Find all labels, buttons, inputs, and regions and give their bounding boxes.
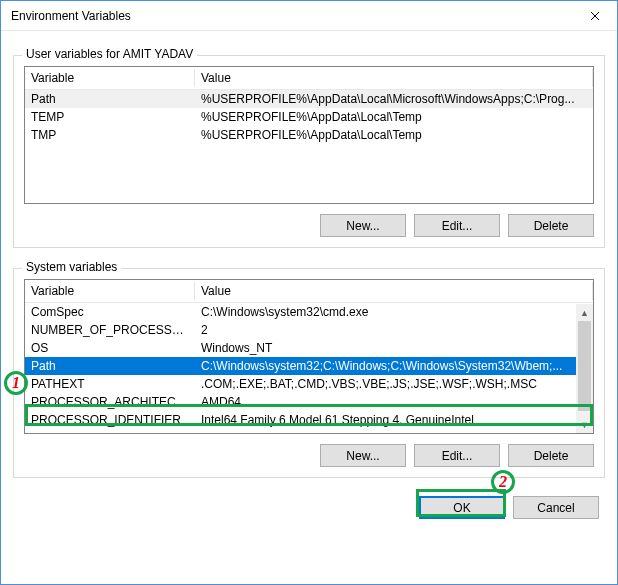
table-row[interactable]: PROCESSOR_ARCHITECTURE AMD64 [25, 393, 593, 411]
scroll-up-icon[interactable]: ▲ [576, 304, 593, 321]
user-new-button[interactable]: New... [320, 214, 406, 237]
system-variables-group: System variables Variable Value ComSpec … [13, 268, 605, 478]
cell-value: C:\Windows\system32;C:\Windows;C:\Window… [195, 357, 593, 375]
cell-variable: NUMBER_OF_PROCESSORS [25, 321, 195, 339]
user-variables-table-container: Variable Value Path %USERPROFILE%\AppDat… [24, 66, 594, 204]
cell-value: %USERPROFILE%\AppData\Local\Microsoft\Wi… [195, 90, 593, 109]
cell-value: Windows_NT [195, 339, 593, 357]
cell-variable: OS [25, 339, 195, 357]
user-variables-group: User variables for AMIT YADAV Variable V… [13, 55, 605, 248]
dialog-content: User variables for AMIT YADAV Variable V… [1, 31, 617, 488]
window-title: Environment Variables [11, 9, 131, 23]
cell-value: .COM;.EXE;.BAT;.CMD;.VBS;.VBE;.JS;.JSE;.… [195, 375, 593, 393]
system-scrollbar[interactable]: ▲ ▼ [576, 304, 593, 433]
cell-value: C:\Windows\system32\cmd.exe [195, 303, 593, 322]
table-row[interactable]: PROCESSOR_IDENTIFIER Intel64 Family 6 Mo… [25, 411, 593, 429]
cell-value: %USERPROFILE%\AppData\Local\Temp [195, 108, 593, 126]
scroll-down-icon[interactable]: ▼ [576, 416, 593, 433]
system-variables-table[interactable]: Variable Value ComSpec C:\Windows\system… [25, 280, 593, 429]
sys-col-value[interactable]: Value [195, 280, 593, 303]
table-row[interactable]: TEMP %USERPROFILE%\AppData\Local\Temp [25, 108, 593, 126]
user-button-row: New... Edit... Delete [24, 214, 594, 237]
cell-variable: ComSpec [25, 303, 195, 322]
table-row[interactable]: ComSpec C:\Windows\system32\cmd.exe [25, 303, 593, 322]
cell-variable: PROCESSOR_IDENTIFIER [25, 411, 195, 429]
table-row[interactable]: NUMBER_OF_PROCESSORS 2 [25, 321, 593, 339]
cell-variable: Path [25, 357, 195, 375]
system-variables-table-container: Variable Value ComSpec C:\Windows\system… [24, 279, 594, 434]
cell-value: Intel64 Family 6 Model 61 Stepping 4, Ge… [195, 411, 593, 429]
cell-value: %USERPROFILE%\AppData\Local\Temp [195, 126, 593, 144]
sys-col-variable[interactable]: Variable [25, 280, 195, 303]
system-new-button[interactable]: New... [320, 444, 406, 467]
system-delete-button[interactable]: Delete [508, 444, 594, 467]
environment-variables-dialog: Environment Variables User variables for… [0, 0, 618, 585]
cell-variable: TMP [25, 126, 195, 144]
user-edit-button[interactable]: Edit... [414, 214, 500, 237]
cell-variable: TEMP [25, 108, 195, 126]
table-row[interactable]: TMP %USERPROFILE%\AppData\Local\Temp [25, 126, 593, 144]
cell-variable: PATHEXT [25, 375, 195, 393]
scroll-thumb[interactable] [578, 321, 591, 411]
cell-variable: PROCESSOR_ARCHITECTURE [25, 393, 195, 411]
table-row[interactable]: OS Windows_NT [25, 339, 593, 357]
system-edit-button[interactable]: Edit... [414, 444, 500, 467]
table-row[interactable]: Path C:\Windows\system32;C:\Windows;C:\W… [25, 357, 593, 375]
table-row[interactable]: PATHEXT .COM;.EXE;.BAT;.CMD;.VBS;.VBE;.J… [25, 375, 593, 393]
user-delete-button[interactable]: Delete [508, 214, 594, 237]
close-icon [590, 11, 600, 21]
cell-value: 2 [195, 321, 593, 339]
titlebar: Environment Variables [1, 1, 617, 31]
system-variables-label: System variables [22, 260, 121, 274]
user-variables-table[interactable]: Variable Value Path %USERPROFILE%\AppDat… [25, 67, 593, 144]
system-button-row: New... Edit... Delete [24, 444, 594, 467]
cell-value: AMD64 [195, 393, 593, 411]
user-variables-label: User variables for AMIT YADAV [22, 47, 197, 61]
cancel-button[interactable]: Cancel [513, 496, 599, 519]
user-col-variable[interactable]: Variable [25, 67, 195, 90]
table-row[interactable]: Path %USERPROFILE%\AppData\Local\Microso… [25, 90, 593, 109]
ok-button[interactable]: OK [419, 496, 505, 519]
user-col-value[interactable]: Value [195, 67, 593, 90]
cell-variable: Path [25, 90, 195, 109]
dialog-button-row: OK Cancel [1, 488, 617, 531]
close-button[interactable] [572, 1, 617, 30]
